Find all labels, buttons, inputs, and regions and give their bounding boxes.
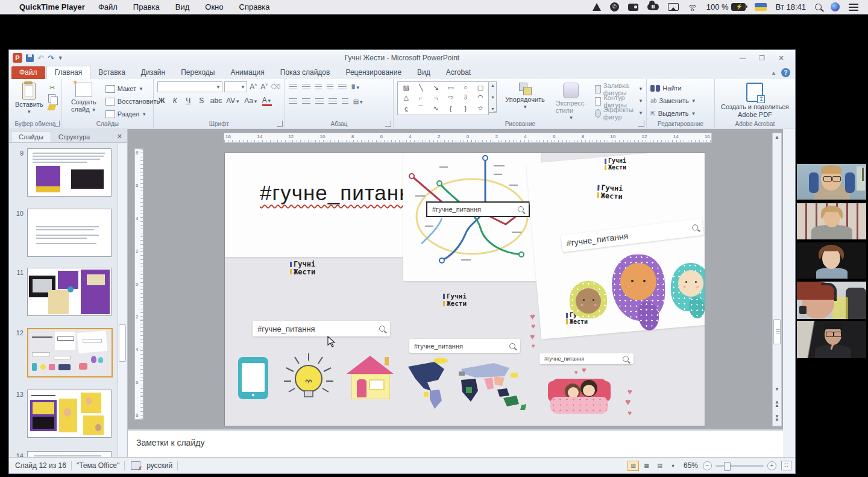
paste-button[interactable]: Вставить ▼	[13, 81, 46, 116]
camera-icon[interactable]	[628, 4, 638, 11]
slide-thumbnail-row-13[interactable]: 13	[9, 390, 127, 438]
slide-thumbnail-row-10[interactable]: 10	[9, 209, 127, 257]
ribbon-tab-вид[interactable]: Вид	[409, 66, 438, 79]
minimize-button[interactable]: —	[737, 54, 748, 62]
zoom-slider-track[interactable]	[715, 465, 764, 467]
menubar-clock[interactable]: Вт 18:41	[776, 2, 806, 11]
shape-glyph-2[interactable]: ╲	[419, 84, 423, 92]
shape-glyph-1[interactable]: ▨	[403, 84, 409, 92]
shape-glyph-13[interactable]: ϛ	[404, 105, 408, 112]
participant-video-4[interactable]	[797, 282, 866, 319]
create-pdf-button[interactable]: Создать и поделитьсяAdobe PDF	[719, 81, 791, 119]
shapes-gallery-scrollbar[interactable]: ▲▼▼̲	[489, 81, 497, 113]
menubar-item-2[interactable]: Правка	[133, 2, 160, 11]
spotlight-search-icon[interactable]	[815, 4, 822, 10]
numbering-button[interactable]	[302, 84, 310, 90]
text-shadow-button[interactable]: S	[197, 96, 206, 105]
align-right-button[interactable]	[315, 98, 324, 105]
participant-video-5[interactable]	[797, 321, 866, 358]
participant-video-2[interactable]	[797, 203, 866, 239]
panel-scrollbar-thumb[interactable]	[119, 324, 126, 362]
cloud-recording-icon[interactable]	[647, 4, 659, 10]
tab-outline[interactable]: Структура	[51, 131, 97, 142]
drawing-dialog-launcher-icon[interactable]	[638, 121, 644, 127]
font-size-select[interactable]: ▼	[224, 81, 247, 92]
increase-indent-button[interactable]	[327, 84, 333, 90]
scrollbar-thumb[interactable]	[773, 319, 781, 344]
shape-glyph-17[interactable]: }	[465, 105, 467, 112]
zoom-out-button[interactable]: −	[703, 461, 712, 470]
ribbon-tab-вставка[interactable]: Вставка	[90, 66, 133, 79]
shape-glyph-15[interactable]: ∿	[433, 104, 438, 112]
normal-view-button[interactable]: ▥	[627, 461, 639, 471]
section-button[interactable]: Раздел▼	[105, 109, 160, 119]
menubar-item-3[interactable]: Вид	[175, 2, 190, 11]
slide-13-thumbnail[interactable]	[27, 390, 112, 438]
quick-styles-button[interactable]: Экспресс-стили▼	[553, 81, 589, 122]
zoom-slider-thumb[interactable]	[724, 462, 731, 471]
qat-customize-dropdown[interactable]: ▼	[58, 55, 63, 61]
siri-icon[interactable]	[831, 2, 840, 11]
text-direction-button[interactable]: Ⅲ▼	[351, 84, 360, 90]
shape-glyph-11[interactable]: ⇩	[463, 93, 468, 101]
slide-thumbnail-row-12[interactable]: 12	[9, 328, 127, 377]
control-center-icon[interactable]	[849, 4, 858, 11]
menubar-item-5[interactable]: Справка	[239, 2, 270, 11]
shape-effects-button[interactable]: Эффекты фигур▼	[595, 108, 643, 118]
convert-smartart-button[interactable]: ▤▼	[353, 98, 363, 105]
replace-button[interactable]: abЗаменить▼	[650, 95, 710, 106]
close-button[interactable]: ✕	[776, 54, 787, 62]
battery-indicator[interactable]: 100 % ⚡	[706, 2, 746, 11]
next-slide-button[interactable]: ▼▼	[773, 415, 781, 422]
slide-9-thumbnail[interactable]	[27, 148, 112, 197]
vlc-icon[interactable]	[593, 3, 601, 11]
menubar-app-name[interactable]: QuickTime Player	[19, 2, 85, 11]
shape-glyph-18[interactable]: ☆	[477, 104, 483, 112]
previous-slide-button[interactable]: ▲▲	[773, 400, 781, 408]
slide-counter[interactable]: Слайд 12 из 16	[9, 461, 66, 470]
screen-mirroring-icon[interactable]	[668, 3, 679, 11]
shape-glyph-6[interactable]: ▢	[477, 84, 483, 92]
fit-to-window-button[interactable]: ⛶	[781, 461, 791, 470]
columns-button[interactable]	[342, 98, 348, 105]
slide-thumbnail-row-11[interactable]: 11	[9, 268, 127, 316]
zoom-percentage[interactable]: 65%	[684, 461, 698, 470]
shape-outline-button[interactable]: Контур фигуры▼	[595, 96, 643, 106]
ribbon-tab-дизайн[interactable]: Дизайн	[133, 66, 173, 79]
theme-label[interactable]: "Тема Office"	[77, 461, 119, 470]
slide-sorter-view-button[interactable]: ▦	[641, 461, 652, 471]
find-button[interactable]: Найти	[650, 83, 710, 93]
ribbon-tab-рецензирование[interactable]: Рецензирование	[338, 66, 409, 79]
layout-button[interactable]: Макет▼	[105, 83, 160, 94]
restore-button[interactable]: ❐	[756, 54, 767, 62]
slide-12-thumbnail-selected[interactable]	[27, 328, 113, 377]
slide-11-thumbnail[interactable]	[27, 268, 112, 316]
format-painter-button[interactable]	[47, 104, 57, 110]
shape-glyph-3[interactable]: ↘	[433, 84, 438, 92]
main-vertical-scrollbar[interactable]: ▲ ▼ ▲▲ ▼▼	[772, 133, 782, 426]
scroll-down-icon[interactable]: ▼	[773, 387, 781, 392]
ribbon-tab-показ-слайдов[interactable]: Показ слайдов	[272, 66, 338, 79]
ribbon-tab-переходы[interactable]: Переходы	[173, 66, 222, 79]
arrange-button[interactable]: Упорядочить▼	[503, 81, 547, 111]
character-spacing-button[interactable]: AV▼	[226, 96, 240, 105]
decrease-indent-button[interactable]	[315, 84, 322, 90]
zoom-in-button[interactable]: +	[767, 461, 776, 470]
clear-formatting-button[interactable]: ⌫	[271, 83, 281, 91]
change-case-button[interactable]: Aa▼	[244, 96, 258, 105]
bold-button[interactable]: Ж	[157, 96, 166, 105]
shape-glyph-8[interactable]: ⌐	[419, 94, 423, 101]
underline-button[interactable]: Ч	[184, 96, 193, 105]
redo-button[interactable]: ↷	[48, 54, 54, 63]
shape-glyph-10[interactable]: ⇨	[448, 93, 453, 101]
participant-video-1[interactable]	[797, 164, 866, 200]
shape-glyph-14[interactable]: ⌒	[418, 104, 424, 113]
grow-font-button[interactable]: A˄	[249, 83, 258, 91]
slide-10-thumbnail[interactable]	[27, 209, 112, 257]
scroll-up-icon[interactable]: ▲	[773, 134, 781, 140]
align-left-button[interactable]	[289, 98, 297, 105]
menubar-item-1[interactable]: Файл	[98, 2, 118, 11]
save-button[interactable]	[26, 54, 34, 62]
panel-close-icon[interactable]: ✕	[117, 133, 127, 142]
spellcheck-icon[interactable]	[131, 461, 140, 470]
